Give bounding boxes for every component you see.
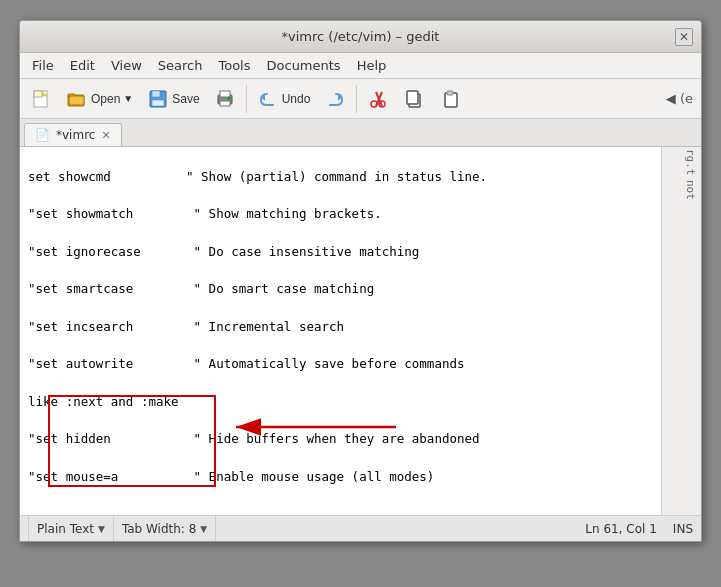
undo-button[interactable]: Undo <box>251 85 317 113</box>
editor-area[interactable]: set showcmd " Show (partial) command in … <box>20 147 701 515</box>
text-type-chevron: ▼ <box>98 524 105 534</box>
right-panel-text2: not <box>662 178 701 202</box>
statusbar: Plain Text ▼ Tab Width: 8 ▼ Ln 61, Col 1… <box>20 515 701 541</box>
redo-button[interactable] <box>318 85 352 113</box>
cursor-position: Ln 61, Col 1 <box>585 522 657 536</box>
toolbar: Open ▼ Save <box>20 79 701 119</box>
line-7: like :next and :make <box>28 393 693 412</box>
statusbar-text-type[interactable]: Plain Text ▼ <box>28 516 114 541</box>
line-8: "set hidden " Hide buffers when they are… <box>28 430 693 449</box>
main-window: *vimrc (/etc/vim) – gedit ✕ File Edit Vi… <box>19 20 702 542</box>
menu-search[interactable]: Search <box>150 56 211 75</box>
right-panel: rg.t not <box>661 147 701 515</box>
menubar: File Edit View Search Tools Documents He… <box>20 53 701 79</box>
tab-width-chevron: ▼ <box>200 524 207 534</box>
line-5: "set incsearch " Incremental search <box>28 318 693 337</box>
copy-button[interactable] <box>397 85 431 113</box>
statusbar-tab-width[interactable]: Tab Width: 8 ▼ <box>114 516 216 541</box>
save-icon <box>147 88 169 110</box>
svg-rect-1 <box>34 91 42 97</box>
tabs-bar: 📄 *vimrc ✕ <box>20 119 701 147</box>
editor-mode: INS <box>673 522 693 536</box>
copy-icon <box>403 88 425 110</box>
menu-tools[interactable]: Tools <box>210 56 258 75</box>
menu-edit[interactable]: Edit <box>62 56 103 75</box>
svg-rect-7 <box>152 91 160 97</box>
close-button[interactable]: ✕ <box>675 28 693 46</box>
toolbar-overflow[interactable]: ◀ (e <box>662 89 697 108</box>
save-label: Save <box>172 92 199 106</box>
new-button[interactable] <box>24 85 58 113</box>
svg-rect-20 <box>407 91 418 104</box>
open-label: Open <box>91 92 120 106</box>
editor-content: set showcmd " Show (partial) command in … <box>20 147 701 515</box>
paste-icon <box>439 88 461 110</box>
cut-icon <box>367 88 389 110</box>
print-button[interactable] <box>208 85 242 113</box>
titlebar: *vimrc (/etc/vim) – gedit ✕ <box>20 21 701 53</box>
text-type-label: Plain Text <box>37 522 94 536</box>
menu-view[interactable]: View <box>103 56 150 75</box>
save-button[interactable]: Save <box>141 85 205 113</box>
tab-close-button[interactable]: ✕ <box>101 129 110 142</box>
line-4: "set smartcase " Do smart case matching <box>28 280 693 299</box>
svg-rect-5 <box>69 96 84 105</box>
line-2: "set showmatch " Show matching brackets. <box>28 205 693 224</box>
open-button[interactable]: Open ▼ <box>60 85 139 113</box>
menu-file[interactable]: File <box>24 56 62 75</box>
right-panel-text1: rg.t <box>662 147 701 178</box>
svg-point-12 <box>227 96 230 99</box>
tab-vimrc[interactable]: 📄 *vimrc ✕ <box>24 123 122 146</box>
print-icon <box>214 88 236 110</box>
tab-icon: 📄 <box>35 128 50 142</box>
line-3: "set ignorecase " Do case insensitive ma… <box>28 243 693 262</box>
tab-label: *vimrc <box>56 128 95 142</box>
window-title: *vimrc (/etc/vim) – gedit <box>282 29 440 44</box>
svg-rect-8 <box>152 100 164 106</box>
line-1: set showcmd " Show (partial) command in … <box>28 168 693 187</box>
tab-width-label: Tab Width: 8 <box>122 522 196 536</box>
line-6: "set autowrite " Automatically save befo… <box>28 355 693 374</box>
redo-icon <box>324 88 346 110</box>
toolbar-separator-1 <box>246 85 247 113</box>
cut-button[interactable] <box>361 85 395 113</box>
new-icon <box>30 88 52 110</box>
menu-documents[interactable]: Documents <box>259 56 349 75</box>
paste-button[interactable] <box>433 85 467 113</box>
menu-help[interactable]: Help <box>349 56 395 75</box>
statusbar-right: Ln 61, Col 1 INS <box>585 522 693 536</box>
open-icon <box>66 88 88 110</box>
undo-label: Undo <box>282 92 311 106</box>
line-9: "set mouse=a " Enable mouse usage (all m… <box>28 468 693 487</box>
open-dropdown-icon[interactable]: ▼ <box>123 93 133 104</box>
svg-rect-22 <box>447 91 453 95</box>
svg-rect-11 <box>220 101 230 106</box>
undo-icon <box>257 88 279 110</box>
toolbar-separator-2 <box>356 85 357 113</box>
svg-rect-10 <box>220 91 230 97</box>
